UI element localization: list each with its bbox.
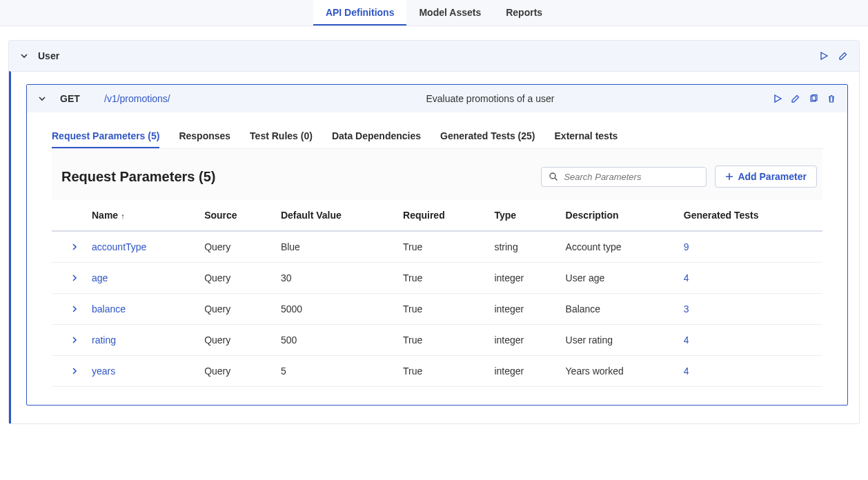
param-required: True — [396, 356, 487, 387]
param-required: True — [396, 325, 487, 356]
param-source: Query — [197, 325, 274, 356]
param-type: integer — [487, 263, 558, 294]
chevron-down-icon[interactable] — [20, 52, 28, 60]
param-name-link[interactable]: years — [92, 366, 115, 377]
col-default[interactable]: Default Value — [274, 200, 396, 231]
table-row: ageQuery30TrueintegerUser age4 — [52, 263, 822, 294]
endpoint-description: Evaluate promotions of a user — [290, 93, 773, 104]
user-panel-header[interactable]: User — [9, 41, 859, 71]
run-icon[interactable] — [819, 51, 829, 61]
sub-tabs: Request Parameters (5) Responses Test Ru… — [27, 125, 847, 148]
param-tests-link[interactable]: 4 — [684, 272, 689, 283]
search-parameters-box[interactable] — [541, 167, 707, 187]
param-name-link[interactable]: rating — [92, 334, 116, 346]
svg-point-2 — [550, 173, 555, 179]
endpoint-method: GET — [60, 93, 104, 104]
search-icon — [549, 172, 558, 181]
param-name-link[interactable]: age — [92, 272, 108, 283]
param-description: User age — [559, 263, 677, 294]
subtab-data-dependencies[interactable]: Data Dependencies — [332, 125, 421, 148]
param-source: Query — [197, 356, 274, 387]
chevron-right-icon[interactable] — [71, 243, 78, 250]
copy-icon[interactable] — [809, 94, 818, 103]
subtab-external-tests[interactable]: External tests — [555, 125, 618, 148]
col-generated-tests[interactable]: Generated Tests — [677, 200, 822, 231]
param-description: Balance — [559, 294, 677, 325]
svg-line-3 — [555, 178, 558, 181]
subtab-test-rules[interactable]: Test Rules (0) — [250, 125, 313, 148]
param-description: Years worked — [559, 356, 677, 387]
param-tests-link[interactable]: 4 — [684, 366, 689, 377]
param-default: 30 — [274, 263, 396, 294]
col-source[interactable]: Source — [197, 200, 274, 231]
tab-reports[interactable]: Reports — [493, 0, 555, 26]
subtab-request-parameters[interactable]: Request Parameters (5) — [52, 125, 159, 148]
sort-asc-icon: ↑ — [121, 212, 125, 220]
plus-icon — [725, 172, 733, 181]
param-default: Blue — [274, 231, 396, 263]
chevron-right-icon[interactable] — [71, 274, 78, 281]
param-type: integer — [487, 294, 558, 325]
search-parameters-input[interactable] — [564, 172, 699, 182]
chevron-right-icon[interactable] — [71, 368, 78, 374]
tab-api-definitions[interactable]: API Definitions — [313, 0, 407, 26]
param-description: Account type — [559, 231, 677, 263]
table-row: accountTypeQueryBlueTruestringAccount ty… — [52, 231, 822, 263]
param-tests-link[interactable]: 3 — [684, 303, 689, 314]
param-tests-link[interactable]: 9 — [684, 241, 689, 252]
table-row: yearsQuery5TrueintegerYears worked4 — [52, 356, 822, 387]
add-parameter-label: Add Parameter — [738, 171, 807, 182]
param-required: True — [396, 231, 487, 263]
endpoint-box: GET /v1/promotions/ Evaluate promotions … — [26, 84, 848, 406]
col-description[interactable]: Description — [559, 200, 677, 231]
param-name-link[interactable]: balance — [92, 303, 126, 314]
param-name-link[interactable]: accountType — [92, 241, 146, 252]
param-default: 5 — [274, 356, 396, 387]
param-source: Query — [197, 294, 274, 325]
parameters-table: Name↑ Source Default Value Required Type… — [52, 200, 822, 387]
endpoint-path[interactable]: /v1/promotions/ — [104, 93, 290, 104]
endpoint-header[interactable]: GET /v1/promotions/ Evaluate promotions … — [27, 85, 847, 112]
run-icon[interactable] — [773, 94, 782, 103]
top-nav: API Definitions Model Assets Reports — [0, 0, 868, 26]
param-source: Query — [197, 231, 274, 263]
col-name[interactable]: Name↑ — [85, 200, 197, 231]
param-tests-link[interactable]: 4 — [684, 334, 689, 346]
param-required: True — [396, 263, 487, 294]
param-source: Query — [197, 263, 274, 294]
subtab-responses[interactable]: Responses — [179, 125, 230, 148]
param-default: 5000 — [274, 294, 396, 325]
table-row: balanceQuery5000TrueintegerBalance3 — [52, 294, 822, 325]
table-row: ratingQuery500TrueintegerUser rating4 — [52, 325, 822, 356]
subtab-generated-tests[interactable]: Generated Tests (25) — [440, 125, 535, 148]
request-parameters-area: Request Parameters (5) Add Parameter — [52, 148, 822, 387]
param-type: string — [487, 231, 558, 263]
chevron-right-icon[interactable] — [71, 306, 78, 312]
rp-title: Request Parameters (5) — [61, 169, 541, 185]
add-parameter-button[interactable]: Add Parameter — [715, 166, 817, 188]
param-type: integer — [487, 325, 558, 356]
param-default: 500 — [274, 325, 396, 356]
tab-model-assets[interactable]: Model Assets — [406, 0, 493, 26]
table-header-row: Name↑ Source Default Value Required Type… — [52, 200, 822, 231]
chevron-down-icon[interactable] — [38, 94, 46, 103]
edit-icon[interactable] — [791, 94, 800, 103]
user-panel-body: GET /v1/promotions/ Evaluate promotions … — [9, 71, 859, 423]
chevron-right-icon[interactable] — [71, 337, 78, 343]
user-panel: User GET /v1/promotions/ Evaluate pr — [8, 40, 860, 424]
param-type: integer — [487, 356, 558, 387]
edit-icon[interactable] — [838, 51, 848, 61]
param-required: True — [396, 294, 487, 325]
col-type[interactable]: Type — [487, 200, 558, 231]
param-description: User rating — [559, 325, 677, 356]
panel-title: User — [38, 50, 59, 61]
col-required[interactable]: Required — [396, 200, 487, 231]
delete-icon[interactable] — [827, 94, 836, 103]
